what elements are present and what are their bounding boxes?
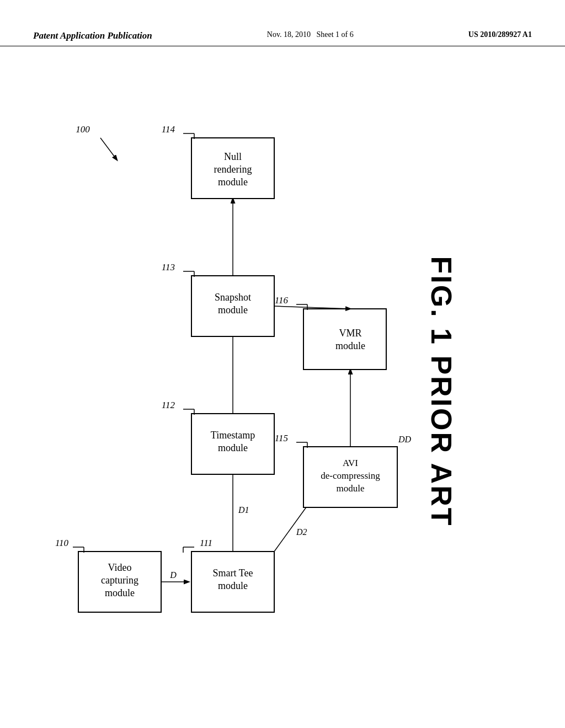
svg-text:110: 110	[55, 538, 69, 548]
header-date-sheet: Nov. 18, 2010 Sheet 1 of 6	[267, 30, 354, 39]
svg-text:module: module	[335, 340, 365, 351]
svg-text:D2: D2	[296, 527, 307, 537]
svg-text:115: 115	[275, 433, 288, 443]
svg-text:VMR: VMR	[339, 328, 361, 339]
svg-text:de-compressing: de-compressing	[321, 470, 380, 481]
page: Patent Application Publication Nov. 18, …	[0, 0, 565, 728]
page-header: Patent Application Publication Nov. 18, …	[0, 30, 565, 46]
svg-text:Snapshot: Snapshot	[215, 292, 251, 303]
svg-text:module: module	[218, 580, 248, 591]
svg-text:AVI: AVI	[343, 458, 358, 468]
header-title: Patent Application Publication	[33, 30, 152, 41]
patent-diagram: Video capturing module 110 111 Smart Tee…	[33, 72, 532, 695]
svg-rect-42	[303, 309, 386, 370]
svg-text:module: module	[218, 304, 248, 315]
svg-text:112: 112	[162, 400, 175, 410]
svg-text:rendering: rendering	[214, 164, 252, 175]
svg-text:114: 114	[162, 124, 175, 135]
svg-text:111: 111	[200, 538, 212, 548]
svg-text:D: D	[169, 570, 177, 580]
svg-text:Timestamp: Timestamp	[211, 430, 255, 441]
svg-text:module: module	[218, 442, 248, 453]
header-date: Nov. 18, 2010 Sheet 1 of 6	[267, 30, 354, 39]
svg-text:module: module	[218, 176, 248, 188]
svg-text:100: 100	[76, 124, 90, 135]
header-patent-number: US 2010/289927 A1	[468, 30, 532, 39]
svg-text:module: module	[105, 587, 135, 598]
svg-text:113: 113	[162, 262, 175, 272]
diagram-svg: Video capturing module 110 111 Smart Tee…	[33, 72, 532, 695]
svg-text:Video: Video	[108, 562, 132, 573]
svg-text:Null: Null	[224, 151, 242, 162]
svg-text:Smart Tee: Smart Tee	[213, 568, 253, 579]
svg-text:FIG. 1 PRIOR ART: FIG. 1 PRIOR ART	[425, 256, 457, 527]
svg-text:DD: DD	[398, 435, 412, 444]
svg-text:116: 116	[275, 295, 289, 306]
svg-line-55	[100, 138, 117, 160]
svg-line-17	[274, 502, 310, 552]
svg-text:module: module	[337, 483, 365, 494]
svg-text:D1: D1	[238, 505, 249, 515]
svg-text:capturing: capturing	[101, 575, 138, 586]
